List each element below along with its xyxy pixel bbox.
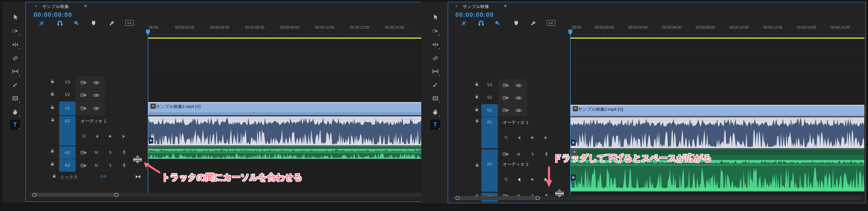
volume-line[interactable] [570, 119, 864, 119]
keyframe-type-icon[interactable] [82, 134, 86, 139]
lock-icon[interactable] [475, 94, 478, 100]
video-clip[interactable]: fx サンプル映像2.mp4 [V] [570, 105, 864, 116]
close-icon[interactable]: × [35, 4, 37, 8]
zoom-handle-left[interactable] [456, 196, 460, 200]
source-patch-icon[interactable] [503, 96, 508, 101]
previous-keyframe-icon[interactable] [96, 135, 98, 138]
track-id-a2[interactable]: A2 [59, 146, 75, 159]
track-id-a1[interactable]: A1 [482, 117, 498, 148]
close-icon[interactable]: × [456, 4, 458, 8]
track-select-forward-tool[interactable] [430, 26, 440, 36]
ripple-edit-tool[interactable] [10, 40, 20, 49]
lock-icon[interactable] [475, 107, 478, 112]
timeline-settings-wrench-icon[interactable] [529, 20, 537, 27]
track-id-v2[interactable]: V2 [482, 95, 498, 100]
source-patch-icon[interactable] [81, 164, 86, 169]
add-keyframe-icon[interactable] [531, 136, 534, 139]
fit-timeline-icon[interactable] [136, 175, 140, 178]
keyframe-type-icon[interactable] [504, 136, 508, 141]
track-id-v3[interactable]: V3 [59, 80, 75, 84]
playhead-line[interactable] [570, 31, 570, 195]
eye-icon[interactable] [516, 109, 522, 113]
lock-icon[interactable] [475, 163, 479, 168]
track-id-v3[interactable]: V3 [482, 82, 498, 87]
previous-keyframe-icon[interactable] [518, 136, 520, 140]
keyframe-type-icon[interactable] [504, 177, 508, 182]
track-id-v1[interactable]: V1 [482, 104, 498, 117]
source-patch-icon[interactable] [81, 93, 86, 98]
linked-selection-icon[interactable] [494, 20, 502, 27]
eye-icon[interactable] [516, 96, 522, 101]
nest-toggle-icon[interactable] [38, 20, 45, 27]
eye-icon[interactable] [93, 94, 99, 98]
volume-line[interactable] [570, 165, 864, 166]
source-patch-icon[interactable] [503, 83, 508, 88]
razor-tool[interactable] [10, 53, 20, 63]
ripple-edit-tool[interactable] [430, 40, 440, 49]
rectangle-tool[interactable] [430, 93, 440, 103]
selection-tool[interactable] [10, 12, 20, 22]
razor-tool[interactable] [430, 53, 440, 63]
panel-menu-icon[interactable]: ≡ [504, 3, 507, 8]
selection-tool[interactable] [430, 12, 440, 22]
mix-volume-value[interactable]: 0.0 [101, 174, 106, 179]
lock-icon[interactable] [475, 82, 478, 87]
rectangle-tool[interactable] [10, 93, 20, 103]
mic-icon[interactable] [123, 150, 126, 156]
track-select-forward-tool[interactable] [10, 26, 20, 36]
lock-icon[interactable] [51, 149, 54, 154]
horizontal-scrollbar-thumb[interactable] [32, 193, 119, 197]
add-marker-icon[interactable] [512, 20, 520, 27]
eye-icon[interactable] [93, 81, 99, 85]
pen-tool[interactable] [10, 79, 20, 90]
source-patch-icon[interactable] [503, 152, 508, 157]
solo-button[interactable]: S [109, 150, 112, 154]
snap-magnet-icon[interactable] [56, 20, 64, 27]
lock-icon[interactable] [52, 174, 56, 179]
slip-tool[interactable] [430, 66, 440, 76]
lock-icon[interactable] [51, 162, 54, 167]
zoom-handle-left[interactable] [32, 193, 36, 197]
eye-icon[interactable] [93, 107, 99, 111]
track-id-v1[interactable]: V1 [59, 101, 75, 115]
next-keyframe-icon[interactable] [545, 136, 547, 140]
track-id-v2[interactable]: V2 [59, 92, 75, 97]
eye-icon[interactable] [516, 84, 522, 88]
volume-line[interactable] [148, 119, 428, 119]
solo-button[interactable]: S [531, 152, 534, 156]
track-id-a3[interactable]: A3 [59, 159, 75, 172]
volume-line[interactable] [148, 152, 428, 153]
time-ruler[interactable]: :00:0000:00:02:0000:00:04:0000:00:06:000… [570, 25, 864, 39]
timeline-settings-wrench-icon[interactable] [108, 20, 116, 27]
add-keyframe-icon[interactable] [531, 178, 534, 181]
mute-button[interactable]: M [95, 164, 98, 168]
add-marker-icon[interactable] [90, 20, 97, 27]
source-patch-icon[interactable] [503, 108, 508, 113]
tab-title[interactable]: サンプル映像 [42, 4, 69, 9]
mute-button[interactable]: M [517, 152, 520, 156]
captions-cc-icon[interactable]: CC [547, 20, 555, 26]
track-id-a2[interactable]: A2 [482, 149, 498, 192]
track-id-a1[interactable]: A1 [59, 116, 75, 145]
captions-cc-icon[interactable]: CC [125, 20, 134, 26]
hand-tool[interactable] [10, 107, 20, 117]
panel-menu-icon[interactable]: ≡ [84, 3, 87, 8]
audio-clip-a1[interactable]: R [148, 116, 428, 145]
source-patch-icon[interactable] [81, 106, 86, 111]
slip-tool[interactable] [10, 66, 20, 76]
mic-icon[interactable] [123, 163, 126, 169]
type-tool[interactable]: T [10, 119, 20, 130]
add-keyframe-icon[interactable] [108, 135, 112, 138]
lock-icon[interactable] [475, 119, 479, 124]
next-keyframe-icon[interactable] [123, 135, 125, 138]
nest-toggle-icon[interactable] [460, 20, 468, 27]
source-patch-icon[interactable] [81, 151, 86, 155]
video-clip[interactable]: fx サンプル映像2.mp4 [V] [148, 102, 428, 115]
audio-clip-a2[interactable]: fx [148, 146, 428, 159]
lock-icon[interactable] [51, 105, 54, 110]
timecode-display[interactable]: 00:00:00:00 [34, 11, 72, 19]
tab-title[interactable]: サンプル映像 [463, 4, 489, 9]
zoom-handle-right[interactable] [114, 193, 118, 197]
linked-selection-icon[interactable] [73, 20, 81, 27]
previous-keyframe-icon[interactable] [518, 178, 520, 181]
